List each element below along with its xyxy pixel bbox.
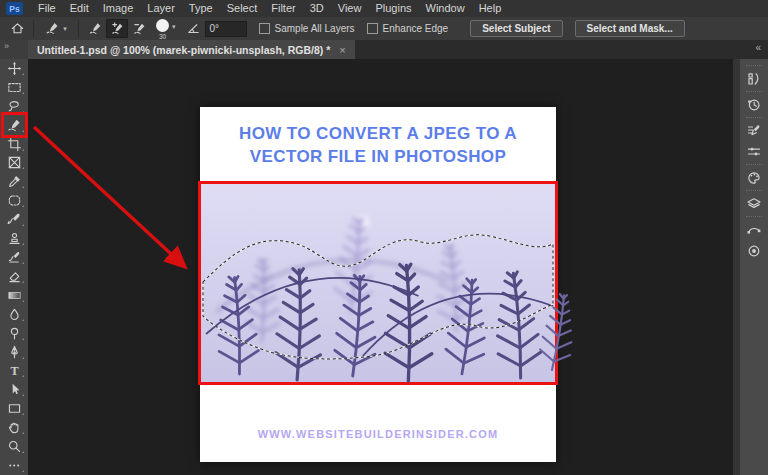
hand-icon — [7, 420, 22, 435]
fern-photo-with-selection[interactable] — [198, 181, 558, 385]
heading-line-2: VECTOR FILE IN PHOTOSHOP — [200, 145, 556, 168]
sample-all-layers-checkbox[interactable]: Sample All Layers — [259, 23, 355, 34]
paths-panel-button[interactable] — [743, 219, 765, 240]
angle-icon — [186, 21, 201, 36]
adjustments-panel-button[interactable] — [743, 240, 765, 261]
eraser-icon — [7, 269, 22, 284]
move-tool-button[interactable] — [2, 59, 26, 78]
menu-help[interactable]: Help — [472, 0, 509, 17]
panel-collapse-button[interactable]: « — [755, 42, 761, 53]
healing-brush-tool-button[interactable] — [2, 191, 26, 210]
home-button[interactable] — [6, 19, 28, 38]
type-icon: T — [7, 363, 22, 378]
menu-bar: Ps File Edit Image Layer Type Select Fil… — [0, 0, 768, 18]
brushes-panel-button[interactable] — [743, 68, 765, 89]
canvas-area[interactable]: HOW TO CONVERT A JPEG TO A VECTOR FILE I… — [28, 59, 733, 475]
menu-type[interactable]: Type — [182, 0, 220, 17]
pen-icon — [7, 345, 22, 360]
blur-icon — [7, 307, 22, 322]
rectangle-tool-button[interactable] — [2, 399, 26, 418]
tool-presets-panel-icon — [746, 144, 762, 160]
document-tab-bar: » Untitled-1.psd @ 100% (marek-piwnicki-… — [0, 40, 768, 59]
crop-icon — [7, 137, 22, 152]
menu-file[interactable]: File — [31, 0, 63, 17]
type-tool-button[interactable]: T — [2, 362, 26, 381]
photoshop-window: Ps File Edit Image Layer Type Select Fil… — [0, 0, 768, 475]
checkbox-icon — [259, 23, 270, 34]
document-tab[interactable]: Untitled-1.psd @ 100% (marek-piwnicki-un… — [28, 40, 355, 59]
dodge-tool-button[interactable] — [2, 324, 26, 343]
edit-toolbar-button[interactable] — [2, 456, 26, 475]
close-tab-icon[interactable]: × — [339, 44, 345, 56]
swatches-panel-button[interactable] — [743, 167, 765, 188]
chevron-down-icon: ▾ — [63, 25, 67, 33]
gradient-icon — [7, 288, 22, 303]
add-to-selection-mode-button[interactable] — [106, 19, 128, 38]
eraser-tool-button[interactable] — [2, 267, 26, 286]
history-brush-tool-button[interactable] — [2, 248, 26, 267]
zoom-tool-button[interactable] — [2, 437, 26, 456]
rectangular-marquee-tool-button[interactable] — [2, 78, 26, 97]
heading-line-1: HOW TO CONVERT A JPEG TO A — [200, 122, 556, 145]
eyedropper-tool-button[interactable] — [2, 172, 26, 191]
menu-view[interactable]: View — [331, 0, 369, 17]
menu-select[interactable]: Select — [220, 0, 265, 17]
history-panel-button[interactable] — [743, 94, 765, 115]
panel-divider — [733, 59, 740, 475]
history-brush-icon — [7, 250, 22, 265]
pen-tool-button[interactable] — [2, 343, 26, 362]
menu-window[interactable]: Window — [419, 0, 472, 17]
select-subject-button[interactable]: Select Subject — [470, 20, 562, 37]
move-icon — [7, 61, 22, 76]
document-footer-url: WWW.WEBSITEBUILDERINSIDER.COM — [200, 428, 556, 440]
panels-icon-rail — [740, 59, 768, 475]
menu-layer[interactable]: Layer — [140, 0, 182, 17]
brushes-panel-icon — [746, 71, 762, 87]
menu-edit[interactable]: Edit — [63, 0, 96, 17]
menu-3d[interactable]: 3D — [303, 0, 331, 17]
angle-input[interactable]: 0° — [205, 21, 247, 37]
path-selection-tool-button[interactable] — [2, 380, 26, 399]
brush-tool-button[interactable] — [2, 210, 26, 229]
enhance-edge-checkbox[interactable]: Enhance Edge — [367, 23, 449, 34]
layers-panel-button[interactable] — [743, 193, 765, 214]
toolbar-collapse-button[interactable]: » — [0, 40, 28, 59]
brush-settings-panel-icon — [746, 123, 762, 139]
photoshop-logo-icon: Ps — [6, 2, 23, 15]
subtract-from-selection-mode-button[interactable] — [128, 19, 150, 38]
quick-selection-preset-icon — [45, 21, 60, 36]
brush-size-picker[interactable]: 30 ▾ — [156, 18, 176, 40]
frame-tool-button[interactable] — [2, 154, 26, 173]
menu-plugins[interactable]: Plugins — [368, 0, 418, 17]
brush-preview-icon — [156, 19, 169, 32]
path-selection-icon — [7, 382, 22, 397]
menu-filter[interactable]: Filter — [264, 0, 302, 17]
new-selection-mode-button[interactable] — [84, 19, 106, 38]
tool-options-bar: ▾ 30 — [0, 17, 768, 41]
document-canvas[interactable]: HOW TO CONVERT A JPEG TO A VECTOR FILE I… — [200, 107, 556, 462]
subtract-from-selection-icon — [132, 21, 147, 36]
tool-presets-panel-button[interactable] — [743, 141, 765, 162]
fern-illustration — [201, 184, 555, 382]
layers-panel-icon — [746, 196, 762, 212]
double-chevron-right-icon: » — [4, 41, 9, 51]
tool-preset-picker[interactable]: ▾ — [39, 19, 73, 38]
marquee-icon — [7, 80, 22, 95]
brush-icon — [7, 212, 22, 227]
workspace: T HOW TO CONVERT A JPEG TO A VECTOR FILE… — [0, 59, 768, 475]
home-icon — [10, 21, 25, 36]
clone-stamp-tool-button[interactable] — [2, 229, 26, 248]
brush-settings-panel-button[interactable] — [743, 120, 765, 141]
select-and-mask-button[interactable]: Select and Mask... — [575, 20, 685, 37]
history-panel-icon — [746, 97, 762, 113]
blur-tool-button[interactable] — [2, 305, 26, 324]
menu-image[interactable]: Image — [96, 0, 141, 17]
quick-selection-highlight-box — [1, 112, 28, 138]
svg-text:T: T — [10, 364, 18, 378]
document-heading: HOW TO CONVERT A JPEG TO A VECTOR FILE I… — [200, 122, 556, 168]
swatches-panel-icon — [746, 170, 762, 186]
hand-tool-button[interactable] — [2, 418, 26, 437]
clone-stamp-icon — [7, 231, 22, 246]
gradient-tool-button[interactable] — [2, 286, 26, 305]
adjustments-panel-icon — [746, 243, 762, 259]
